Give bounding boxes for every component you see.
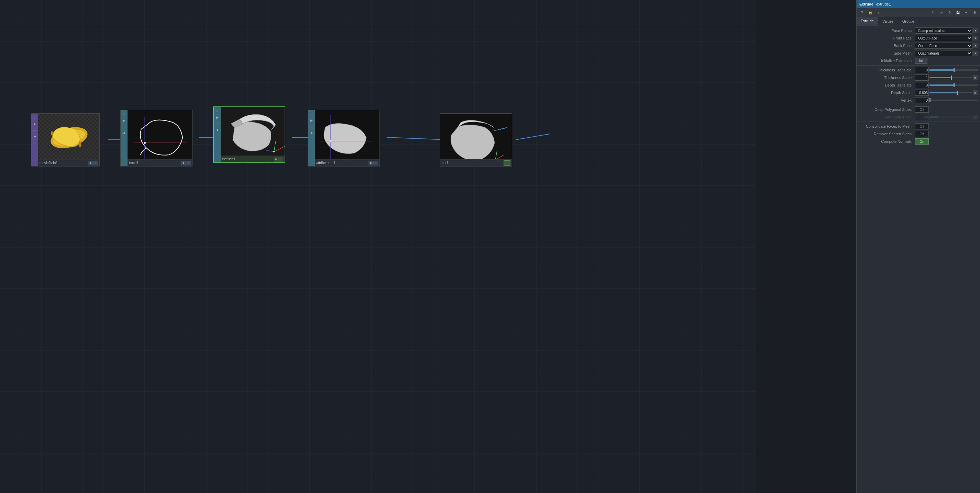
panel-node-type: Extrude xyxy=(859,2,873,6)
node-sidebar-icon-settings[interactable]: — xyxy=(215,121,220,126)
node-extrude1[interactable]: ○ ▶ — ◆ xyxy=(213,106,285,163)
toolbar-pencil-btn[interactable]: ✎ xyxy=(930,10,937,16)
tab-groups[interactable]: Groups xyxy=(898,17,919,25)
node-minus-btn[interactable]: ■ xyxy=(181,161,186,165)
node-sidebar-icon-settings[interactable]: — xyxy=(32,127,37,133)
param-slider-fill-depth-translate xyxy=(929,84,954,86)
param-dropdown-front-face[interactable]: Output Face xyxy=(915,35,972,41)
param-toggle-consolidate[interactable]: Off xyxy=(915,123,929,130)
node-plus-btn[interactable]: + xyxy=(278,157,283,162)
node-out1[interactable]: out1 + xyxy=(440,113,512,166)
param-input-depth-translate[interactable] xyxy=(915,82,929,88)
node-sidebar-icon-edit[interactable]: ▶ xyxy=(32,121,37,127)
param-value-compute-normals: On xyxy=(915,138,978,144)
param-slider-depth-scale[interactable] xyxy=(929,92,972,94)
param-toggle-compute-normals[interactable]: On xyxy=(915,138,929,144)
node-sidebar-icon-flag[interactable]: ◆ xyxy=(121,130,127,136)
node-add-output-btn[interactable]: + xyxy=(504,160,511,166)
panel-title-bar: Extrude extrude1 xyxy=(857,0,980,8)
toolbar-lock-btn[interactable]: 🔒 xyxy=(867,10,874,16)
toolbar-paint-btn[interactable]: ⎋ xyxy=(938,10,945,16)
param-slider-fill-cusp-angle xyxy=(929,116,938,118)
param-arrow-thickness-scale[interactable]: ▶ xyxy=(973,75,978,80)
node-sidebar-icon-view[interactable]: ○ xyxy=(121,112,127,117)
param-input-thickness-translate[interactable] xyxy=(915,67,929,73)
param-label-thickness-scale: Thickness Scale xyxy=(859,76,914,80)
toolbar-save-btn[interactable]: 💾 xyxy=(955,10,961,16)
toolbar-rotate-btn[interactable]: ↻ xyxy=(946,10,953,16)
param-value-add-cusp-angle: ▶ xyxy=(915,114,978,120)
panel-tabs: Extrude Values Groups xyxy=(857,17,980,25)
node-label: attribcreate1 xyxy=(316,161,369,165)
param-input-add-cusp-angle[interactable] xyxy=(915,114,929,120)
panel-params: Fuse Points Clamp minimal set ▼ Front Fa… xyxy=(857,25,980,493)
node-plus-btn[interactable]: + xyxy=(186,161,191,165)
node-sidebar-icon-flag[interactable]: ◆ xyxy=(309,130,314,136)
param-toggle-remove-shared-sides[interactable]: Off xyxy=(915,131,929,137)
param-slider-thumb-vertex xyxy=(929,98,931,102)
param-slider-fill-thickness-translate xyxy=(929,69,954,71)
node-sidebar-icon-view[interactable]: ○ xyxy=(32,115,37,120)
node-sidebar-icon-settings[interactable]: — xyxy=(309,124,314,130)
node-sidebar-icon-edit[interactable]: ▶ xyxy=(309,118,314,123)
node-sidebar-icon-edit[interactable]: ▶ xyxy=(121,118,127,123)
param-dropdown-fuse-points[interactable]: Clamp minimal set xyxy=(915,27,972,34)
toolbar-help-btn[interactable]: ? xyxy=(859,10,865,16)
param-dropdown-back-face[interactable]: Output Face xyxy=(915,43,972,49)
param-row-compute-normals: Compute Normals On xyxy=(857,138,980,145)
toolbar-add-btn[interactable]: + xyxy=(963,10,970,16)
node-trace1[interactable]: ○ ▶ — ◆ trace1 ■ xyxy=(120,110,192,166)
node-minus-btn[interactable]: ■ xyxy=(274,157,278,162)
node-main: extrude1 ■ + xyxy=(221,107,285,162)
node-label: out1 xyxy=(442,161,504,165)
svg-point-18 xyxy=(273,151,275,152)
param-dropdown-side-mesh[interactable]: Quadrilaterals xyxy=(915,50,972,56)
svg-line-15 xyxy=(274,147,284,152)
node-minus-btn[interactable]: ■ xyxy=(369,161,373,165)
param-input-thickness-scale[interactable] xyxy=(915,75,929,81)
node-plus-btn[interactable]: + xyxy=(373,161,378,165)
param-input-vertex[interactable] xyxy=(915,97,929,103)
node-sidebar-left: ○ ▶ — ◆ xyxy=(308,110,315,166)
node-sidebar-icon-flag[interactable]: ◆ xyxy=(32,133,37,139)
param-slider-fill-depth-scale xyxy=(929,92,957,94)
tab-values[interactable]: Values xyxy=(878,17,898,25)
node-plus-btn[interactable]: + xyxy=(93,161,98,165)
param-arrow-fuse-points[interactable]: ▼ xyxy=(973,28,978,33)
node-sidebar-icon-settings[interactable]: — xyxy=(121,124,127,130)
param-arrow-front-face[interactable]: ▼ xyxy=(973,36,978,41)
param-row-thickness-translate: Thickness Translate xyxy=(857,66,980,74)
toolbar-info-btn[interactable]: i xyxy=(875,10,882,16)
param-slider-vertex[interactable] xyxy=(929,100,978,101)
param-label-back-face: Back Face xyxy=(859,44,914,48)
param-slider-add-cusp-angle[interactable] xyxy=(929,116,972,118)
toolbar-settings-btn[interactable]: ⚙ xyxy=(971,10,978,16)
param-slider-depth-translate[interactable] xyxy=(929,84,978,86)
node-sidebar-icon-view[interactable]: ○ xyxy=(309,112,314,117)
svg-point-22 xyxy=(329,140,331,142)
node-sidebar-icon-view[interactable]: ○ xyxy=(215,108,220,114)
param-arrow-back-face[interactable]: ▼ xyxy=(973,43,978,48)
param-label-thickness-translate: Thickness Translate xyxy=(859,68,914,72)
node-sidebar-icon-edit[interactable]: ▶ xyxy=(215,115,220,120)
param-row-side-mesh: Side Mesh Quadrilaterals ▼ xyxy=(857,49,980,57)
param-toggle-cusp-polygonal-sides[interactable]: Off xyxy=(915,106,929,113)
node-minus-btn[interactable]: ■ xyxy=(88,161,93,165)
param-arrow-cusp-angle: ▶ xyxy=(973,115,978,119)
param-label-remove-shared-sides: Remove Shared Sides xyxy=(859,132,914,136)
tab-extrude[interactable]: Extrude xyxy=(857,17,878,25)
param-slider-thickness-translate[interactable] xyxy=(929,69,978,71)
node-sidebar-icon-flag[interactable]: ◆ xyxy=(215,127,220,133)
node-attribcreate1[interactable]: ○ ▶ — ◆ attribcreate1 ■ xyxy=(308,110,380,166)
param-arrow-side-mesh[interactable]: ▼ xyxy=(973,51,978,55)
svg-line-23 xyxy=(495,155,504,159)
param-value-front-face: Output Face ▼ xyxy=(915,35,978,41)
param-value-remove-shared-sides: Off xyxy=(915,131,978,137)
param-label-front-face: Front Face xyxy=(859,36,914,40)
param-input-depth-scale[interactable] xyxy=(915,90,929,96)
node-moviefilein1[interactable]: ○ ▶ — ◆ xyxy=(31,113,100,166)
param-init-btn[interactable]: Init xyxy=(915,58,928,64)
param-arrow-depth-scale[interactable]: ▶ xyxy=(973,90,978,95)
param-slider-thickness-scale[interactable] xyxy=(929,77,972,78)
svg-line-3 xyxy=(387,137,447,140)
